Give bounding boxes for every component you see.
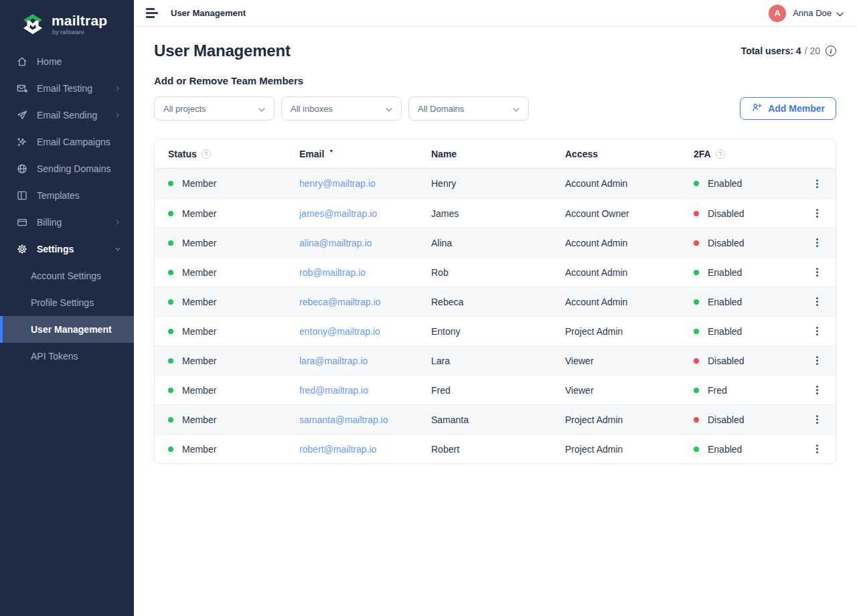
twofa-label: Enabled (708, 297, 742, 307)
sidebar-item-settings[interactable]: Settings (0, 236, 134, 262)
row-menu-icon[interactable] (811, 440, 824, 458)
sidebar-item-home[interactable]: Home (0, 48, 134, 75)
select-value: All inboxes (291, 104, 333, 114)
name-cell: Fred (431, 385, 565, 396)
sidebar-item-api-tokens[interactable]: API Tokens (0, 343, 134, 370)
column-header-email[interactable]: Email ▼ (299, 149, 431, 159)
name-cell: Lara (431, 356, 565, 366)
status-cell: Member (168, 385, 299, 396)
mailtrap-logo-icon (20, 12, 46, 36)
access-cell: Account Admin (565, 297, 694, 307)
sort-desc-icon: ▼ (329, 149, 333, 153)
row-menu-icon[interactable] (811, 175, 824, 193)
access-cell: Viewer (565, 356, 694, 366)
table-row: Member henry@mailtrap.io Henry Account A… (155, 169, 836, 198)
table-row: Member lara@mailtrap.io Lara Viewer Disa… (155, 345, 836, 375)
table-row: Member rebeca@mailtrap.io Rebeca Account… (155, 287, 836, 316)
twofa-cell: Disabled (694, 414, 802, 425)
status-cell: Member (168, 267, 299, 278)
email-cell: rebeca@mailtrap.io (299, 297, 431, 307)
sidebar-item-billing[interactable]: Billing (0, 209, 134, 236)
status-label: Member (182, 208, 216, 219)
email-cell: james@mailtrap.io (299, 208, 431, 219)
row-menu-icon[interactable] (811, 352, 824, 370)
status-dot-icon (168, 447, 173, 452)
twofa-cell: Disabled (694, 356, 802, 366)
email-link[interactable]: henry@mailtrap.io (299, 178, 376, 189)
email-link[interactable]: robert@mailtrap.io (299, 444, 376, 455)
row-menu-icon[interactable] (811, 293, 824, 311)
name-cell: Rob (431, 267, 565, 278)
domains-filter-select[interactable]: All Domains (408, 96, 529, 121)
email-link[interactable]: lara@mailtrap.io (299, 356, 368, 366)
projects-filter-select[interactable]: All projects (154, 96, 275, 121)
menu-toggle-icon[interactable] (142, 5, 162, 21)
status-cell: Member (168, 238, 299, 248)
access-cell: Project Admin (565, 414, 694, 425)
email-link[interactable]: samanta@mailtrap.io (299, 414, 388, 425)
row-menu-icon[interactable] (811, 234, 824, 252)
settings-submenu: Account Settings Profile Settings User M… (0, 262, 134, 370)
sidebar-subitem-label: Profile Settings (31, 297, 94, 308)
user-menu[interactable]: A Anna Doe (769, 5, 844, 22)
status-label: Member (182, 385, 216, 396)
twofa-label: Disabled (708, 414, 744, 425)
filters: All projects All inboxes All Domains (154, 96, 529, 121)
sidebar-item-user-management[interactable]: User Management (0, 316, 134, 343)
chevron-right-icon (114, 218, 122, 226)
twofa-cell: Enabled (694, 267, 802, 278)
sidebar-item-templates[interactable]: Templates (0, 182, 134, 209)
brand-name: mailtrap (52, 13, 107, 27)
status-dot-icon (168, 417, 173, 422)
info-icon[interactable]: i (826, 46, 836, 56)
twofa-label: Fred (708, 385, 727, 396)
twofa-cell: Fred (694, 385, 802, 396)
help-icon[interactable]: ? (202, 149, 211, 159)
status-dot-icon (168, 299, 173, 305)
billing-icon (16, 216, 28, 228)
status-label: Member (182, 414, 216, 425)
access-cell: Project Admin (565, 444, 694, 455)
row-menu-icon[interactable] (811, 263, 824, 281)
status-label: Member (182, 178, 216, 189)
twofa-label: Disabled (708, 238, 744, 248)
email-link[interactable]: james@mailtrap.io (299, 208, 377, 219)
email-link[interactable]: alina@mailtrap.io (299, 238, 372, 248)
sidebar-item-account-settings[interactable]: Account Settings (0, 262, 134, 289)
row-menu-icon[interactable] (811, 204, 824, 222)
email-link[interactable]: rebeca@mailtrap.io (299, 297, 381, 307)
topbar-left: User Management (142, 5, 246, 21)
email-link[interactable]: rob@mailtrap.io (299, 267, 366, 278)
twofa-label: Enabled (708, 267, 742, 278)
main-panel: User Management A Anna Doe User Manageme… (134, 0, 857, 616)
row-menu-icon[interactable] (811, 381, 824, 399)
status-cell: Member (168, 297, 299, 307)
brand-logo[interactable]: mailtrap by railsware (0, 0, 134, 36)
sidebar-item-profile-settings[interactable]: Profile Settings (0, 289, 134, 316)
row-menu-icon[interactable] (811, 322, 824, 340)
name-cell: Henry (431, 178, 565, 189)
chevron-down-icon (114, 245, 122, 253)
email-link[interactable]: fred@mailtrap.io (299, 385, 368, 396)
section-heading: Add or Remove Team Members (154, 75, 836, 86)
twofa-label: Enabled (708, 444, 742, 455)
inboxes-filter-select[interactable]: All inboxes (281, 96, 402, 121)
sidebar: mailtrap by railsware Home Email Testing… (0, 0, 134, 616)
twofa-dot-icon (694, 388, 699, 393)
column-header-name: Name (431, 149, 565, 159)
sidebar-subitem-label: Account Settings (31, 271, 101, 281)
status-label: Member (182, 356, 216, 366)
sidebar-item-email-testing[interactable]: Email Testing (0, 75, 134, 102)
sidebar-item-email-sending[interactable]: Email Sending (0, 102, 134, 129)
sidebar-item-email-campaigns[interactable]: Email Campaigns (0, 129, 134, 155)
email-link[interactable]: entony@mailtrap.io (299, 326, 380, 337)
help-icon[interactable]: ? (716, 149, 725, 159)
sidebar-item-sending-domains[interactable]: Sending Domains (0, 155, 134, 182)
row-menu-icon[interactable] (811, 410, 824, 429)
status-cell: Member (168, 326, 299, 337)
twofa-label: Disabled (708, 356, 744, 366)
add-member-button[interactable]: Add Member (740, 97, 836, 120)
total-users: Total users: 4 / 20 i (741, 46, 836, 56)
name-cell: Robert (431, 444, 565, 455)
access-cell: Project Admin (565, 326, 694, 337)
